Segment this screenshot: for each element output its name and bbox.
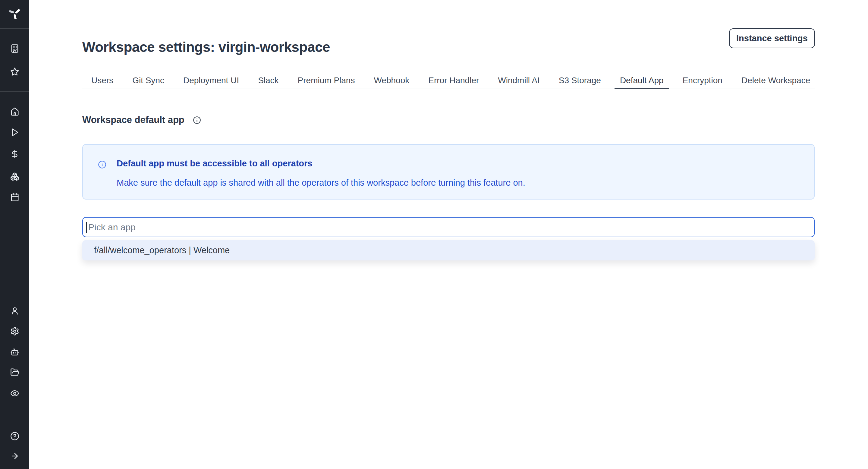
tab-error-handler[interactable]: Error Handler xyxy=(428,72,479,89)
sidebar-divider xyxy=(0,28,29,29)
tab-webhook[interactable]: Webhook xyxy=(374,72,409,89)
windmill-logo-icon[interactable] xyxy=(0,7,29,19)
sidebar-divider xyxy=(0,91,29,92)
app-option[interactable]: f/all/welcome_operators | Welcome xyxy=(94,245,230,255)
alert-info-icon xyxy=(98,160,106,170)
info-alert: Default app must be accessible to all op… xyxy=(82,144,815,199)
page-title: Workspace settings: virgin-workspace xyxy=(82,39,330,55)
tab-git-sync[interactable]: Git Sync xyxy=(132,72,164,89)
building-icon[interactable] xyxy=(0,44,29,53)
user-icon[interactable] xyxy=(0,306,29,315)
home-icon[interactable] xyxy=(0,107,29,116)
tab-encryption[interactable]: Encryption xyxy=(683,72,722,89)
app-picker-input[interactable] xyxy=(88,218,806,236)
tab-windmill-ai[interactable]: Windmill AI xyxy=(498,72,539,89)
eye-icon[interactable] xyxy=(0,389,29,398)
star-icon[interactable] xyxy=(0,67,29,76)
tab-users[interactable]: Users xyxy=(91,72,113,89)
dollar-icon[interactable] xyxy=(0,150,29,159)
alert-title: Default app must be accessible to all op… xyxy=(117,159,312,168)
folder-open-icon[interactable] xyxy=(0,368,29,377)
tab-s3-storage[interactable]: S3 Storage xyxy=(559,72,601,89)
tab-deployment-ui[interactable]: Deployment UI xyxy=(183,72,239,89)
tab-slack[interactable]: Slack xyxy=(258,72,278,89)
text-caret xyxy=(86,222,87,233)
gear-icon[interactable] xyxy=(0,327,29,336)
app-picker-field xyxy=(82,217,815,237)
boxes-icon[interactable] xyxy=(0,172,29,181)
tab-premium-plans[interactable]: Premium Plans xyxy=(298,72,355,89)
arrow-right-icon[interactable] xyxy=(0,451,29,461)
help-icon[interactable] xyxy=(0,432,29,441)
robot-icon[interactable] xyxy=(0,347,29,356)
section-heading: Workspace default app xyxy=(82,115,184,125)
calendar-icon[interactable] xyxy=(0,193,29,201)
sidebar xyxy=(0,0,29,469)
instance-settings-button[interactable]: Instance settings xyxy=(729,28,815,48)
info-icon[interactable] xyxy=(193,116,201,124)
section-heading-row: Workspace default app xyxy=(82,115,201,125)
alert-body: Make sure the default app is shared with… xyxy=(117,178,525,188)
settings-tabs: Users Git Sync Deployment UI Slack Premi… xyxy=(82,72,815,89)
tab-delete-workspace[interactable]: Delete Workspace xyxy=(741,72,810,89)
tab-default-app[interactable]: Default App xyxy=(620,72,664,89)
app-picker-dropdown[interactable]: f/all/welcome_operators | Welcome xyxy=(82,240,815,260)
play-icon[interactable] xyxy=(0,128,29,137)
